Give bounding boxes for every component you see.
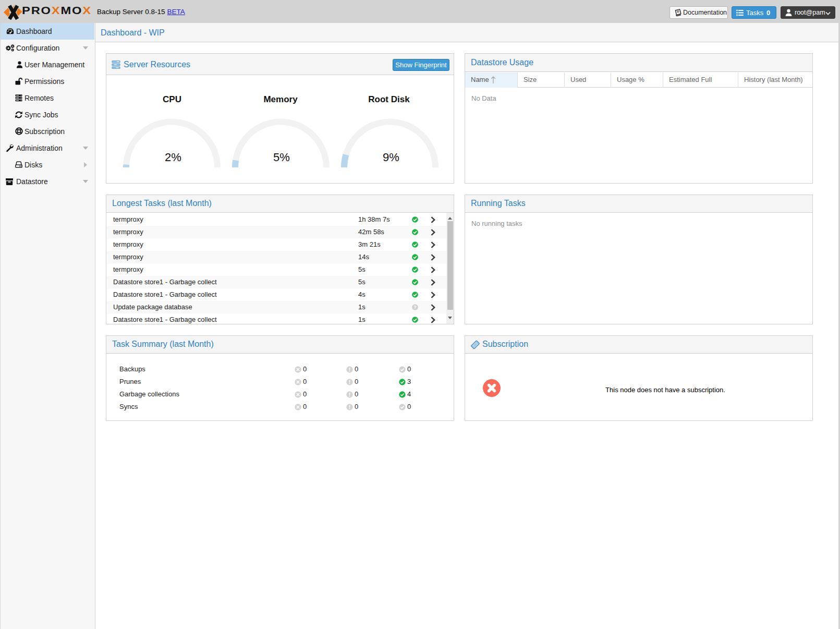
svg-text:?: ? <box>413 304 417 310</box>
